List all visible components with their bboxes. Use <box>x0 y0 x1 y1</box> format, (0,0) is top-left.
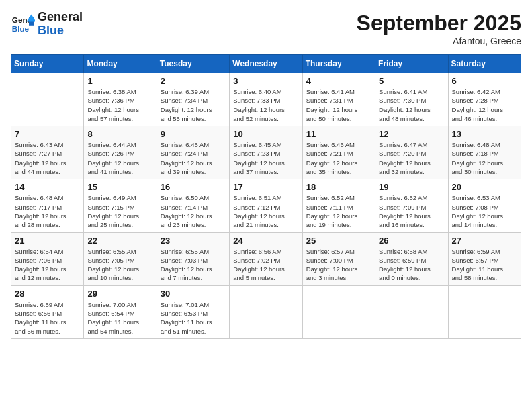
calendar-cell: 13Sunrise: 6:48 AM Sunset: 7:18 PM Dayli… <box>448 126 521 179</box>
day-info: Sunrise: 6:45 AM Sunset: 7:24 PM Dayligh… <box>161 140 226 176</box>
day-number: 6 <box>452 76 517 86</box>
day-info: Sunrise: 6:48 AM Sunset: 7:18 PM Dayligh… <box>452 140 517 176</box>
svg-text:Blue: Blue <box>12 24 30 33</box>
day-info: Sunrise: 6:52 AM Sunset: 7:09 PM Dayligh… <box>379 193 444 229</box>
month-title: September 2025 <box>357 11 521 36</box>
day-info: Sunrise: 7:01 AM Sunset: 6:53 PM Dayligh… <box>161 300 226 336</box>
calendar-cell: 17Sunrise: 6:51 AM Sunset: 7:12 PM Dayli… <box>230 179 302 232</box>
calendar-cell: 28Sunrise: 6:59 AM Sunset: 6:56 PM Dayli… <box>11 285 84 338</box>
calendar-cell: 2Sunrise: 6:39 AM Sunset: 7:34 PM Daylig… <box>157 73 229 126</box>
day-info: Sunrise: 6:39 AM Sunset: 7:34 PM Dayligh… <box>161 87 226 123</box>
day-info: Sunrise: 6:43 AM Sunset: 7:27 PM Dayligh… <box>15 140 80 176</box>
weekday-header-sunday: Sunday <box>11 55 84 73</box>
day-number: 14 <box>15 182 80 192</box>
calendar-cell: 7Sunrise: 6:43 AM Sunset: 7:27 PM Daylig… <box>11 126 84 179</box>
day-info: Sunrise: 6:42 AM Sunset: 7:28 PM Dayligh… <box>452 87 517 123</box>
day-info: Sunrise: 6:38 AM Sunset: 7:36 PM Dayligh… <box>87 87 152 123</box>
calendar-cell <box>375 285 448 338</box>
calendar-cell: 15Sunrise: 6:49 AM Sunset: 7:15 PM Dayli… <box>84 179 157 232</box>
day-info: Sunrise: 6:59 AM Sunset: 6:56 PM Dayligh… <box>15 300 80 336</box>
day-number: 7 <box>15 129 80 139</box>
calendar-cell <box>11 73 84 126</box>
day-number: 17 <box>233 182 298 192</box>
day-number: 30 <box>161 289 226 299</box>
day-number: 23 <box>161 236 226 246</box>
day-number: 15 <box>87 182 152 192</box>
day-info: Sunrise: 6:56 AM Sunset: 7:02 PM Dayligh… <box>233 247 298 283</box>
calendar-cell: 14Sunrise: 6:48 AM Sunset: 7:17 PM Dayli… <box>11 179 84 232</box>
calendar-cell: 26Sunrise: 6:58 AM Sunset: 6:59 PM Dayli… <box>375 232 448 285</box>
calendar-week-3: 14Sunrise: 6:48 AM Sunset: 7:17 PM Dayli… <box>11 179 521 232</box>
calendar-cell: 9Sunrise: 6:45 AM Sunset: 7:24 PM Daylig… <box>157 126 229 179</box>
day-number: 29 <box>87 289 152 299</box>
day-info: Sunrise: 6:55 AM Sunset: 7:03 PM Dayligh… <box>161 247 226 283</box>
day-info: Sunrise: 6:41 AM Sunset: 7:31 PM Dayligh… <box>306 87 371 123</box>
day-info: Sunrise: 6:59 AM Sunset: 6:57 PM Dayligh… <box>452 247 517 283</box>
calendar-cell: 30Sunrise: 7:01 AM Sunset: 6:53 PM Dayli… <box>157 285 229 338</box>
day-info: Sunrise: 6:55 AM Sunset: 7:05 PM Dayligh… <box>87 247 152 283</box>
calendar-week-1: 1Sunrise: 6:38 AM Sunset: 7:36 PM Daylig… <box>11 73 521 126</box>
calendar-cell: 29Sunrise: 7:00 AM Sunset: 6:54 PM Dayli… <box>84 285 157 338</box>
day-number: 9 <box>161 129 226 139</box>
day-info: Sunrise: 6:41 AM Sunset: 7:30 PM Dayligh… <box>379 87 444 123</box>
day-number: 13 <box>452 129 517 139</box>
weekday-header-tuesday: Tuesday <box>157 55 229 73</box>
day-number: 27 <box>452 236 517 246</box>
day-number: 21 <box>15 236 80 246</box>
day-number: 11 <box>306 129 371 139</box>
weekday-header-thursday: Thursday <box>302 55 375 73</box>
calendar-week-4: 21Sunrise: 6:54 AM Sunset: 7:06 PM Dayli… <box>11 232 521 285</box>
calendar-cell: 25Sunrise: 6:57 AM Sunset: 7:00 PM Dayli… <box>302 232 375 285</box>
day-number: 4 <box>306 76 371 86</box>
calendar-cell: 24Sunrise: 6:56 AM Sunset: 7:02 PM Dayli… <box>230 232 302 285</box>
calendar-cell: 3Sunrise: 6:40 AM Sunset: 7:33 PM Daylig… <box>230 73 302 126</box>
day-info: Sunrise: 6:45 AM Sunset: 7:23 PM Dayligh… <box>233 140 298 176</box>
calendar-cell: 16Sunrise: 6:50 AM Sunset: 7:14 PM Dayli… <box>157 179 229 232</box>
weekday-header-friday: Friday <box>375 55 448 73</box>
weekday-header-row: SundayMondayTuesdayWednesdayThursdayFrid… <box>11 55 521 73</box>
day-info: Sunrise: 6:40 AM Sunset: 7:33 PM Dayligh… <box>233 87 298 123</box>
logo-text-general: General <box>38 11 83 24</box>
weekday-header-saturday: Saturday <box>448 55 521 73</box>
calendar-cell: 10Sunrise: 6:45 AM Sunset: 7:23 PM Dayli… <box>230 126 302 179</box>
day-info: Sunrise: 6:51 AM Sunset: 7:12 PM Dayligh… <box>233 193 298 229</box>
calendar-cell: 20Sunrise: 6:53 AM Sunset: 7:08 PM Dayli… <box>448 179 521 232</box>
calendar-cell: 4Sunrise: 6:41 AM Sunset: 7:31 PM Daylig… <box>302 73 375 126</box>
day-info: Sunrise: 7:00 AM Sunset: 6:54 PM Dayligh… <box>87 300 152 336</box>
day-number: 25 <box>306 236 371 246</box>
calendar-cell <box>448 285 521 338</box>
day-number: 2 <box>161 76 226 86</box>
day-number: 22 <box>87 236 152 246</box>
day-number: 12 <box>379 129 444 139</box>
day-number: 18 <box>306 182 371 192</box>
day-info: Sunrise: 6:57 AM Sunset: 7:00 PM Dayligh… <box>306 247 371 283</box>
day-number: 26 <box>379 236 444 246</box>
logo-icon: General Blue <box>11 12 35 36</box>
calendar-cell: 1Sunrise: 6:38 AM Sunset: 7:36 PM Daylig… <box>84 73 157 126</box>
day-info: Sunrise: 6:44 AM Sunset: 7:26 PM Dayligh… <box>87 140 152 176</box>
logo: General Blue General Blue <box>11 11 83 38</box>
calendar-cell: 12Sunrise: 6:47 AM Sunset: 7:20 PM Dayli… <box>375 126 448 179</box>
calendar-cell: 18Sunrise: 6:52 AM Sunset: 7:11 PM Dayli… <box>302 179 375 232</box>
calendar-cell: 5Sunrise: 6:41 AM Sunset: 7:30 PM Daylig… <box>375 73 448 126</box>
day-info: Sunrise: 6:52 AM Sunset: 7:11 PM Dayligh… <box>306 193 371 229</box>
calendar-cell: 11Sunrise: 6:46 AM Sunset: 7:21 PM Dayli… <box>302 126 375 179</box>
location: Afantou, Greece <box>357 36 521 46</box>
day-number: 19 <box>379 182 444 192</box>
calendar-cell: 22Sunrise: 6:55 AM Sunset: 7:05 PM Dayli… <box>84 232 157 285</box>
day-number: 16 <box>161 182 226 192</box>
day-number: 8 <box>87 129 152 139</box>
day-number: 1 <box>87 76 152 86</box>
day-number: 5 <box>379 76 444 86</box>
logo-text-blue: Blue <box>38 24 83 38</box>
day-info: Sunrise: 6:53 AM Sunset: 7:08 PM Dayligh… <box>452 193 517 229</box>
day-info: Sunrise: 6:50 AM Sunset: 7:14 PM Dayligh… <box>161 193 226 229</box>
title-block: September 2025 Afantou, Greece <box>357 11 521 46</box>
calendar-table: SundayMondayTuesdayWednesdayThursdayFrid… <box>11 54 521 339</box>
weekday-header-monday: Monday <box>84 55 157 73</box>
weekday-header-wednesday: Wednesday <box>230 55 302 73</box>
calendar-cell: 8Sunrise: 6:44 AM Sunset: 7:26 PM Daylig… <box>84 126 157 179</box>
calendar-cell: 19Sunrise: 6:52 AM Sunset: 7:09 PM Dayli… <box>375 179 448 232</box>
day-number: 3 <box>233 76 298 86</box>
page-header: General Blue General Blue September 2025… <box>11 11 521 46</box>
